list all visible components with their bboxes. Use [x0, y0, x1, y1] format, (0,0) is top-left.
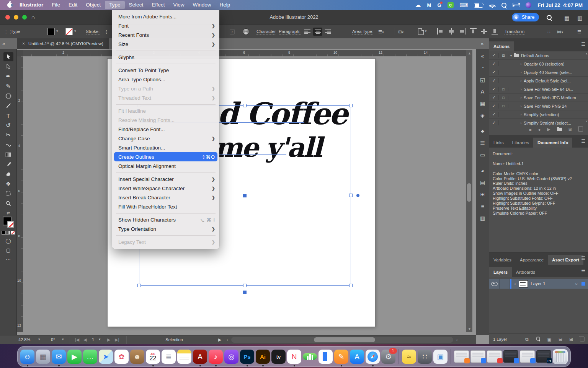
panel-icon-attributes[interactable]: ◕ — [478, 166, 487, 175]
menu-item-area-type-options[interactable]: Area Type Options... — [112, 75, 219, 84]
rotation-value[interactable]: 0° — [51, 337, 55, 342]
tab-asset-export[interactable]: Asset Export — [548, 255, 583, 265]
creative-cloud-icon[interactable]: ☁ — [415, 2, 421, 8]
artboard-dropdown-chevron[interactable]: ▾ — [99, 337, 101, 341]
menu-item-smart-punctuation[interactable]: Smart Punctuation... — [112, 143, 219, 152]
collapse-right-icon[interactable]: « — [481, 41, 483, 46]
scroll-up-arrow[interactable]: ▲ — [468, 51, 471, 55]
dock-icon-numbers[interactable] — [303, 353, 317, 360]
layer-thumbnail[interactable] — [519, 280, 528, 288]
paintbrush-tool[interactable] — [3, 101, 13, 110]
action-toggle-check[interactable]: ✓ — [489, 112, 499, 117]
shaper-tool[interactable] — [3, 140, 13, 150]
horizontal-scrollbar[interactable] — [231, 337, 453, 343]
dock-icon-keynote[interactable]: ▊ — [318, 350, 333, 364]
stroke-stepper[interactable]: ▴▾ — [106, 29, 107, 34]
malwarebytes-icon[interactable]: M — [427, 2, 431, 8]
action-row-simplify-straight-select[interactable]: ✓›Simplify Straight (select... — [489, 119, 588, 127]
rotation-dropdown-chevron[interactable]: ▾ — [62, 337, 64, 341]
keyboard-viewer-icon[interactable]: ⌨ — [460, 2, 468, 8]
action-toggle-check[interactable]: ✓ — [489, 53, 499, 58]
swap-fill-stroke-icon[interactable]: ⇄ — [7, 211, 10, 215]
tab-variables[interactable]: Variables — [489, 255, 516, 265]
selection-tool[interactable] — [3, 52, 13, 61]
panel-icon-info[interactable]: ◱ — [478, 75, 487, 84]
selection-handle-s[interactable] — [243, 284, 247, 287]
action-expand-chevron[interactable]: › — [518, 121, 524, 125]
dock-icon-calculator[interactable]: ∷ — [418, 350, 432, 364]
shape-properties-icon[interactable]: ⋈▾ — [557, 29, 563, 34]
artwork-text-line-2[interactable]: me y'all — [214, 131, 322, 163]
align-objects-bottom-icon[interactable] — [492, 28, 498, 34]
action-toggle-check[interactable]: ✓ — [489, 70, 499, 75]
dock-icon-system-preferences[interactable]: ⚙1 — [381, 350, 395, 364]
menu-item-glyphs[interactable]: Glyphs — [112, 53, 219, 62]
action-expand-chevron[interactable]: ▾ — [508, 54, 514, 58]
layer-row[interactable]: › Layer 1 ○ — [489, 279, 588, 289]
tab-actions[interactable]: Actions — [489, 41, 514, 51]
fill-dropdown-chevron[interactable]: ▾ — [56, 29, 58, 33]
tab-artboards[interactable]: Artboards — [512, 267, 539, 277]
share-button[interactable]: ☻ Share — [512, 13, 539, 21]
info-panel-menu-icon[interactable]: ☰ — [581, 138, 585, 144]
action-row-apply-default-style-sel[interactable]: ✓›Apply Default Style (sel... — [489, 77, 588, 85]
menu-item-recent-fonts[interactable]: Recent Fonts❯ — [112, 30, 219, 39]
panel-icon-transform[interactable]: ⊞ — [478, 190, 487, 199]
stroke-label[interactable]: Stroke: — [86, 29, 100, 34]
new-action-icon[interactable]: ⊞ — [568, 127, 572, 132]
document-setup-chevron[interactable]: ▾ — [425, 29, 427, 33]
assistant-orb-icon[interactable] — [526, 2, 531, 8]
close-tab-icon[interactable]: × — [22, 41, 25, 46]
align-right-button[interactable] — [323, 28, 333, 36]
search-icon[interactable] — [547, 15, 552, 21]
control-bar-menu-icon[interactable]: ☰ — [577, 29, 581, 34]
panel-icon-swatches[interactable]: ▦ — [478, 99, 487, 108]
dock-icon-trash[interactable] — [553, 349, 568, 364]
align-left-button[interactable] — [303, 28, 312, 36]
menubar-item-object[interactable]: Object — [82, 1, 105, 9]
menu-item-insert-special-character[interactable]: Insert Special Character❯ — [112, 174, 219, 184]
action-row-save-for-web-jpg-medium[interactable]: ✓□›Save For Web JPG Medium — [489, 94, 588, 102]
horizontal-scroll-thumb[interactable] — [314, 337, 375, 342]
actions-scroll-down-icon[interactable]: ∨ — [585, 120, 588, 123]
dock-icon-minimized-window-2[interactable] — [470, 350, 485, 363]
scroll-down-arrow[interactable]: ▼ — [468, 327, 471, 331]
eyedropper-tool[interactable] — [3, 160, 13, 169]
menubar-item-file[interactable]: File — [47, 1, 64, 9]
menu-item-optical-margin-alignment[interactable]: Optical Margin Alignment — [112, 161, 219, 171]
align-objects-middle-icon[interactable] — [481, 28, 488, 34]
status-mode[interactable]: Selection — [126, 337, 222, 342]
dock-icon-photoshop[interactable]: Ps — [240, 350, 254, 364]
menu-item-insert-break-character[interactable]: Insert Break Character❯ — [112, 193, 219, 202]
dock-icon-finder[interactable]: ☺ — [20, 350, 34, 364]
align-center-button[interactable] — [313, 28, 322, 36]
menubar-clock[interactable]: Fri Jul 22 4:07 PM — [537, 2, 583, 8]
battery-icon[interactable] — [474, 3, 483, 8]
action-expand-chevron[interactable]: › — [518, 104, 524, 108]
panel-icon-brushes[interactable]: ◈ — [478, 111, 487, 120]
action-row-opacity-40-screen-sele[interactable]: ✓›Opacity 40 Screen (sele... — [489, 68, 588, 77]
dock-icon-launchpad[interactable]: ▦ — [36, 350, 50, 364]
action-expand-chevron[interactable]: › — [518, 113, 524, 117]
selection-handle-n[interactable] — [243, 104, 247, 107]
artboard-number[interactable]: 1 — [92, 337, 94, 342]
action-expand-chevron[interactable]: › — [518, 96, 524, 100]
document-setup-icon[interactable] — [418, 28, 424, 35]
canvas-viewport[interactable]: d Coffee me y'all — [23, 56, 466, 332]
asset-export-menu-icon[interactable]: ☰ — [581, 256, 585, 261]
artboard-tool[interactable] — [3, 189, 13, 198]
menubar-item-view[interactable]: View — [169, 1, 188, 9]
live-corner-widget[interactable] — [356, 194, 359, 197]
dock-icon-calendar[interactable]: JUL22 — [146, 350, 160, 364]
layer-visibility-cell[interactable] — [489, 279, 500, 289]
dock-icon-illustrator[interactable]: Ai — [256, 350, 270, 364]
gradient-tool[interactable] — [3, 150, 13, 159]
action-expand-chevron[interactable]: › — [518, 71, 524, 74]
clipgrab-icon[interactable]: c — [448, 2, 454, 8]
action-expand-chevron[interactable]: › — [518, 62, 524, 66]
collapse-left-icon[interactable]: » — [2, 41, 4, 46]
layers-panel-menu-icon[interactable]: ☰ — [581, 268, 585, 273]
wifi-icon[interactable] — [489, 3, 495, 7]
dock-icon-news[interactable]: N — [287, 350, 301, 364]
panel-icon-actions[interactable]: ♣ — [478, 127, 487, 136]
